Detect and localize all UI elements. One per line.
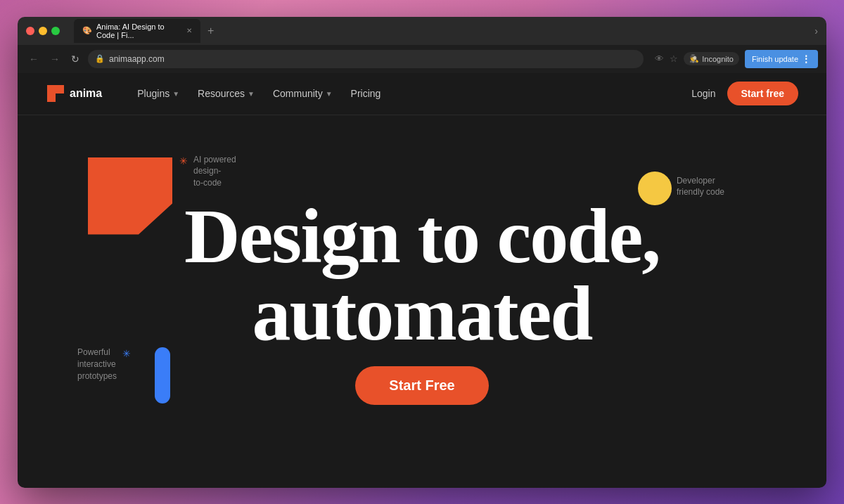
browser-window: 🎨 Anima: AI Design to Code | Fi... ✕ + ›… <box>18 17 826 488</box>
active-tab[interactable]: 🎨 Anima: AI Design to Code | Fi... ✕ <box>74 19 200 43</box>
incognito-label: Incognito <box>702 55 734 63</box>
svg-rect-0 <box>47 85 56 102</box>
ai-annotation: ✳ AI powereddesign-to-code <box>179 154 236 189</box>
traffic-lights <box>26 27 60 35</box>
tab-close-icon[interactable]: ✕ <box>186 27 192 34</box>
minimize-button[interactable] <box>39 27 47 35</box>
dev-annotation: ✳ Developerfriendly code <box>663 175 724 199</box>
back-button[interactable]: ← <box>26 52 41 66</box>
incognito-icon: 🕵️ <box>689 54 699 63</box>
nav-plugins[interactable]: Plugins ▼ <box>130 84 186 103</box>
community-chevron-icon: ▼ <box>326 90 333 98</box>
tab-bar: 🎨 Anima: AI Design to Code | Fi... ✕ + <box>74 19 218 43</box>
logo-icon <box>46 84 65 103</box>
nav-links: Plugins ▼ Resources ▼ Community ▼ Pricin… <box>130 84 691 103</box>
hero-title-line1: Design to code, <box>184 198 660 275</box>
plugins-label: Plugins <box>137 88 170 99</box>
proto-annotation-text: Powerfulinteractiveprototypes <box>77 347 117 382</box>
login-button[interactable]: Login <box>691 88 715 99</box>
nav-resources[interactable]: Resources ▼ <box>191 84 262 103</box>
finish-update-button[interactable]: Finish update ⋮ <box>745 50 818 68</box>
dev-star-icon: ✳ <box>663 176 671 188</box>
hero-title-line2: automated <box>184 275 660 352</box>
red-decorative-shape <box>88 157 172 235</box>
tab-title: Anima: AI Design to Code | Fi... <box>96 22 179 39</box>
website-content: anima Plugins ▼ Resources ▼ Community ▼ … <box>18 73 826 488</box>
url-text: animaapp.com <box>109 54 165 64</box>
proto-star-icon: ✳ <box>122 348 131 359</box>
blue-pill-shape <box>155 347 170 403</box>
pricing-label: Pricing <box>351 88 381 99</box>
hero-start-free-button[interactable]: Start Free <box>355 366 488 405</box>
address-bar: ← → ↻ 🔒 animaapp.com 👁 ☆ 🕵️ Incognito Fi… <box>18 45 826 73</box>
title-bar: 🎨 Anima: AI Design to Code | Fi... ✕ + › <box>18 17 826 45</box>
proto-annotation: Powerfulinteractiveprototypes ✳ <box>77 347 131 382</box>
finish-update-label: Finish update <box>752 55 798 63</box>
logo[interactable]: anima <box>46 84 102 103</box>
nav-community[interactable]: Community ▼ <box>266 84 340 103</box>
forward-button[interactable]: → <box>47 52 63 66</box>
svg-rect-1 <box>56 85 64 93</box>
logo-text: anima <box>70 87 102 100</box>
close-button[interactable] <box>26 27 34 35</box>
incognito-badge: 🕵️ Incognito <box>684 52 739 65</box>
address-input[interactable]: 🔒 animaapp.com <box>88 50 644 68</box>
resources-label: Resources <box>198 88 245 99</box>
lock-icon: 🔒 <box>95 54 105 63</box>
nav-right: Login Start free <box>691 82 798 105</box>
finish-update-menu-icon: ⋮ <box>801 53 811 65</box>
ai-annotation-text: AI powereddesign-to-code <box>193 154 236 189</box>
new-tab-button[interactable]: + <box>203 25 218 37</box>
hero-section: ✳ AI powereddesign-to-code ✳ Developerfr… <box>18 115 826 488</box>
tab-overflow-icon: › <box>814 25 818 37</box>
site-nav: anima Plugins ▼ Resources ▼ Community ▼ … <box>18 73 826 115</box>
eye-off-icon: 👁 <box>655 53 664 64</box>
hero-title: Design to code, automated <box>184 198 660 352</box>
ai-star-icon: ✳ <box>179 155 188 167</box>
address-right-controls: 👁 ☆ 🕵️ Incognito Finish update ⋮ <box>655 50 818 68</box>
start-free-nav-button[interactable]: Start free <box>727 82 798 105</box>
maximize-button[interactable] <box>51 27 60 35</box>
tab-favicon: 🎨 <box>82 26 92 36</box>
hero-cta: Start Free <box>355 366 488 405</box>
dev-annotation-text: Developerfriendly code <box>677 175 724 199</box>
nav-pricing[interactable]: Pricing <box>344 84 388 103</box>
reload-button[interactable]: ↻ <box>68 52 82 66</box>
community-label: Community <box>273 88 323 99</box>
bookmark-icon[interactable]: ☆ <box>670 53 678 64</box>
plugins-chevron-icon: ▼ <box>172 90 179 98</box>
resources-chevron-icon: ▼ <box>248 90 255 98</box>
